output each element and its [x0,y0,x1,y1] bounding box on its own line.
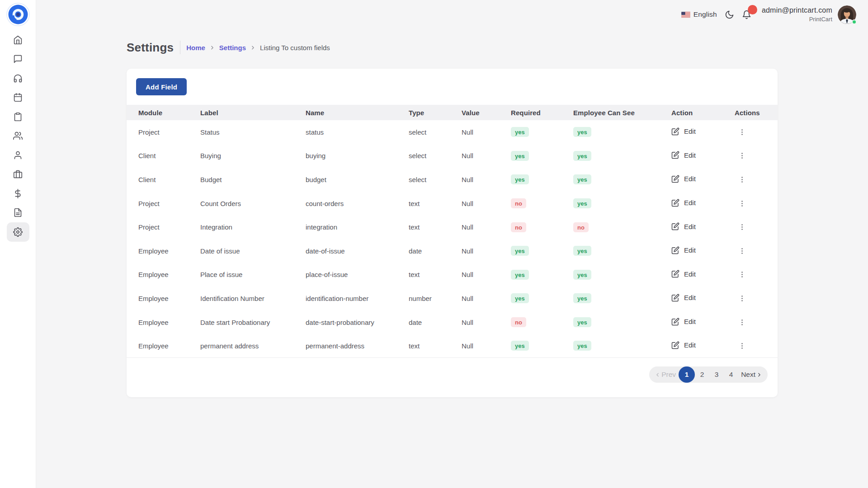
column-header-label: Label [200,105,306,120]
cell-module: Employee [127,286,200,310]
pagination-page-2[interactable]: 2 [695,366,709,383]
kebab-menu-button[interactable] [736,245,748,257]
pagination-prev-label: Prev [661,371,676,379]
sidebar-item-user[interactable] [7,145,29,165]
edit-button[interactable]: Edit [671,318,696,326]
sidebar-item-chat[interactable] [7,50,29,69]
edit-button[interactable]: Edit [671,151,696,159]
cell-module: Project [127,120,200,144]
cell-action: Edit [671,310,735,334]
cell-value: Null [462,215,511,239]
cell-label: Place of issue [200,263,306,287]
edit-button[interactable]: Edit [671,270,696,278]
cell-required: no [511,310,573,334]
sidebar-item-documents[interactable] [7,203,29,223]
user-menu[interactable]: admin@printcart.com PrintCart [762,6,832,23]
edit-button[interactable]: Edit [671,127,696,136]
pagination-prev-button[interactable]: Prev [652,366,679,383]
add-field-button[interactable]: Add Field [136,78,187,95]
sidebar-item-clipboard[interactable] [7,107,29,127]
sidebar-item-finance[interactable] [7,184,29,203]
required-badge: no [511,317,526,327]
pagination: Prev 1 2 3 4 Next [649,366,768,383]
sidebar-item-support[interactable] [7,69,29,88]
edit-button[interactable]: Edit [671,341,696,349]
notifications-button[interactable] [742,10,751,19]
edit-icon [671,270,679,278]
sidebar-item-settings[interactable] [7,222,29,242]
edit-button[interactable]: Edit [671,246,696,254]
cell-employee-can-see: yes [573,310,671,334]
kebab-menu-button[interactable] [736,127,748,138]
cell-employee-can-see: yes [573,239,671,263]
pagination-page-1[interactable]: 1 [679,366,695,383]
kebab-menu-button[interactable] [736,317,748,328]
pagination-next-button[interactable]: Next [738,366,765,383]
cell-type: text [409,334,462,358]
required-badge: yes [511,174,529,184]
sidebar-item-home[interactable] [7,30,29,50]
kebab-menu-button[interactable] [736,293,748,304]
employee-can-see-badge: yes [573,174,591,184]
table-body: Project Status status select Null yes ye… [127,120,778,358]
cell-label: Count Orders [200,192,306,216]
table-row: Project Count Orders count-orders text N… [127,192,778,216]
chevron-left-icon [655,372,660,378]
column-header-actions: Actions [735,105,778,120]
edit-button[interactable]: Edit [671,199,696,207]
kebab-menu-button[interactable] [736,174,748,185]
user-icon [13,150,23,160]
kebab-menu-button[interactable] [736,269,748,280]
chevron-right-icon [250,45,256,51]
employee-can-see-badge: yes [573,246,591,256]
kebab-menu-button[interactable] [736,150,748,161]
sidebar-item-projects[interactable] [7,165,29,184]
cell-module: Project [127,192,200,216]
users-icon [13,131,23,141]
pagination-page-4[interactable]: 4 [724,366,738,383]
employee-can-see-badge: no [573,222,589,232]
cell-value: Null [462,144,511,168]
table-row: Client Budget budget select Null yes yes… [127,168,778,192]
custom-fields-table: Module Label Name Type Value Required Em… [127,105,778,358]
more-vertical-icon [738,319,746,326]
breadcrumb-home[interactable]: Home [186,44,205,52]
kebab-menu-button[interactable] [736,340,748,352]
moon-icon [725,10,734,19]
language-label: English [693,10,717,19]
table-row: Employee Identification Number identific… [127,286,778,310]
dark-mode-toggle[interactable] [725,10,734,19]
required-badge: yes [511,270,529,280]
kebab-menu-button[interactable] [736,198,748,209]
employee-can-see-badge: yes [573,198,591,208]
cell-action: Edit [671,286,735,310]
edit-icon [671,294,679,302]
edit-icon [671,222,679,230]
cell-employee-can-see: yes [573,286,671,310]
cell-type: select [409,168,462,192]
pagination-page-3[interactable]: 3 [709,366,724,383]
sidebar-item-calendar[interactable] [7,88,29,108]
kebab-menu-button[interactable] [736,221,748,233]
cell-label: Budget [200,168,306,192]
table-row: Employee Date of issue date-of-issue dat… [127,239,778,263]
cell-action: Edit [671,168,735,192]
cell-employee-can-see: yes [573,334,671,358]
language-selector[interactable]: English [681,10,717,19]
cell-type: number [409,286,462,310]
edit-button[interactable]: Edit [671,175,696,183]
cell-employee-can-see: no [573,215,671,239]
cell-name: status [306,120,409,144]
breadcrumb-settings[interactable]: Settings [219,44,246,52]
edit-icon [671,151,679,159]
more-vertical-icon [738,128,746,136]
column-header-name: Name [306,105,409,120]
edit-icon [671,341,679,349]
edit-button[interactable]: Edit [671,222,696,230]
sidebar-item-team[interactable] [7,127,29,146]
user-avatar[interactable] [838,5,856,24]
printcart-logo[interactable] [6,3,30,26]
employee-can-see-badge: yes [573,127,591,137]
dollar-icon [13,189,23,198]
edit-button[interactable]: Edit [671,294,696,302]
